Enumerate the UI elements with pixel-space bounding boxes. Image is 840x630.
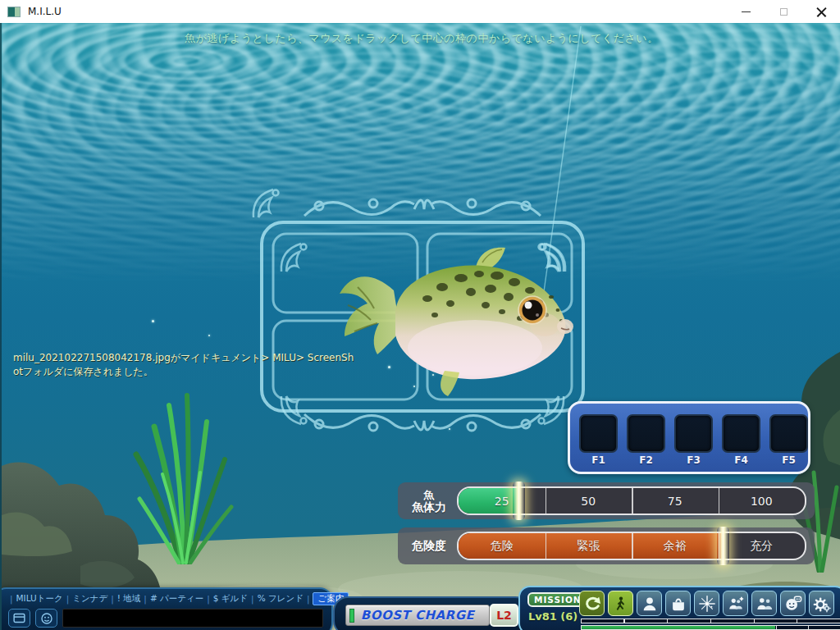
maximize-button[interactable] [765, 0, 802, 23]
community-icon [756, 595, 774, 613]
stamina-seg-100: 100 [719, 488, 806, 514]
save-notification-line1: milu_202102271508042178.jpgがマイドキュメント> MI… [13, 351, 354, 365]
boost-charge-bar[interactable]: BOOST CHARGE [345, 605, 490, 626]
chat-tab-guild[interactable]: $ ギルド [213, 593, 248, 605]
maximize-icon [780, 8, 788, 16]
chat-tabs: | MILUトーク | ミンナデ | ! 地域 | # パーティー | $ ギル… [10, 592, 326, 605]
chat-emote-icon [784, 595, 802, 613]
gear-icon [813, 595, 831, 613]
window-icon [12, 612, 26, 624]
inventory-bag-icon [669, 595, 687, 613]
instruction-text: 魚が逃げようとしたら、マウスをドラッグして中心の枠の中からでないようにしてくださ… [2, 31, 840, 46]
undo-arrow-button[interactable] [579, 591, 605, 616]
sparkle-icon [698, 595, 716, 613]
fkey-label: F3 [687, 454, 701, 466]
character-icon [641, 595, 659, 613]
emote-button[interactable] [35, 609, 57, 628]
chat-separator: | [10, 594, 13, 604]
fkey-box[interactable] [769, 414, 808, 453]
stamina-segment-labels: 25 50 75 100 [459, 488, 805, 514]
chat-separator: | [66, 594, 70, 604]
fkey-box[interactable] [579, 414, 618, 453]
add-friend-icon [727, 595, 745, 613]
save-notification-line2: otフォルダに保存されました。 [13, 365, 354, 379]
boost-charge-chip [349, 609, 354, 623]
fkey-slot-f4[interactable]: F4 [722, 414, 760, 472]
app-window: M.I.L.U [0, 0, 840, 630]
pufferfish[interactable] [315, 240, 586, 399]
boost-key-button[interactable]: L2 [490, 604, 518, 627]
danger-level-panel: 危険度 危険 緊張 余裕 充分 [398, 527, 815, 564]
level-label: Lv81 (6) [528, 610, 578, 623]
chat-separator: | [111, 594, 114, 604]
chat-input[interactable] [62, 609, 323, 628]
close-icon [816, 7, 827, 17]
fkey-slot-f2[interactable]: F2 [627, 414, 665, 472]
danger-label: 危険度 [404, 540, 454, 552]
title-bar: M.I.L.U [0, 0, 840, 23]
stamina-label-line1: 魚 [404, 489, 454, 501]
danger-marker-glow [717, 527, 729, 565]
danger-track: 危険 緊張 余裕 充分 [457, 532, 806, 560]
function-key-panel: F1 F2 F3 F4 F5 [568, 401, 810, 474]
boost-charge-panel: BOOST CHARGE L2 [333, 596, 530, 630]
chat-separator: | [207, 594, 210, 604]
fkey-label: F2 [639, 454, 653, 466]
chat-window-button[interactable] [8, 609, 30, 628]
dock-icon-row [579, 591, 834, 616]
chat-emote-button[interactable] [780, 591, 806, 616]
undo-arrow-icon [583, 595, 601, 613]
close-button[interactable] [802, 0, 840, 23]
stamina-meter: 25 50 75 100 [457, 486, 806, 515]
stamina-seg-50: 50 [546, 488, 632, 514]
fkey-box[interactable] [674, 414, 713, 453]
chat-tab-friend[interactable]: % フレンド [258, 593, 304, 605]
fkey-slot-f3[interactable]: F3 [674, 414, 713, 472]
minimize-icon [742, 11, 751, 12]
fkey-label: F4 [734, 454, 748, 466]
fkey-box[interactable] [722, 414, 760, 453]
fkey-box[interactable] [627, 414, 665, 453]
fish-stamina-panel: 魚 魚体力 25 50 75 100 [398, 482, 815, 519]
danger-meter: 危険 緊張 余裕 充分 [457, 532, 806, 560]
chat-tab-milutalk[interactable]: MILUトーク [16, 593, 63, 605]
add-friend-button[interactable] [723, 591, 748, 616]
stamina-marker-glow [513, 482, 525, 520]
minimize-button[interactable] [727, 0, 765, 23]
character-button[interactable] [637, 591, 662, 616]
window-title: M.I.L.U [28, 6, 62, 17]
stamina-label: 魚 魚体力 [404, 489, 454, 514]
danger-seg-yoyu: 余裕 [632, 533, 719, 559]
stamina-track: 25 50 75 100 [457, 486, 806, 515]
fkey-slot-f5[interactable]: F5 [769, 414, 808, 472]
danger-seg-kincho: 緊張 [546, 533, 632, 559]
app-logo-icon [7, 7, 21, 17]
boost-charge-label: BOOST CHARGE [361, 608, 474, 623]
dock-progress-bar-top [581, 619, 840, 623]
chat-tab-minnade[interactable]: ミンナデ [72, 593, 107, 605]
chat-bar: | MILUトーク | ミンナデ | ! 地域 | # パーティー | $ ギル… [0, 587, 333, 630]
fkey-slot-f1[interactable]: F1 [579, 414, 618, 472]
community-button[interactable] [751, 591, 777, 616]
inventory-button[interactable] [665, 591, 691, 616]
danger-segment-labels: 危険 緊張 余裕 充分 [459, 533, 805, 559]
settings-button[interactable] [809, 591, 834, 616]
status-dock: MISSION Lv81 (6) [518, 586, 840, 630]
chat-separator: | [144, 594, 147, 604]
walking-person-icon [613, 596, 629, 612]
chat-separator: | [307, 594, 310, 604]
sparkle-button[interactable] [694, 591, 719, 616]
fkey-label: F5 [782, 454, 796, 466]
danger-seg-jubun: 充分 [719, 533, 806, 559]
game-scene[interactable]: 魚が逃げようとしたら、マウスをドラッグして中心の枠の中からでないようにしてくださ… [0, 23, 840, 630]
stamina-label-line2: 魚体力 [404, 501, 454, 514]
stamina-seg-75: 75 [632, 488, 719, 514]
chat-separator: | [251, 594, 254, 604]
chat-tab-region[interactable]: ! 地域 [117, 593, 141, 605]
walking-person-button[interactable] [608, 591, 633, 616]
save-notification: milu_202102271508042178.jpgがマイドキュメント> MI… [13, 351, 354, 379]
fkey-label: F1 [591, 454, 605, 466]
chat-tab-party[interactable]: # パーティー [150, 593, 203, 605]
danger-label-text: 危険度 [404, 540, 454, 552]
stamina-seg-25: 25 [459, 488, 546, 514]
